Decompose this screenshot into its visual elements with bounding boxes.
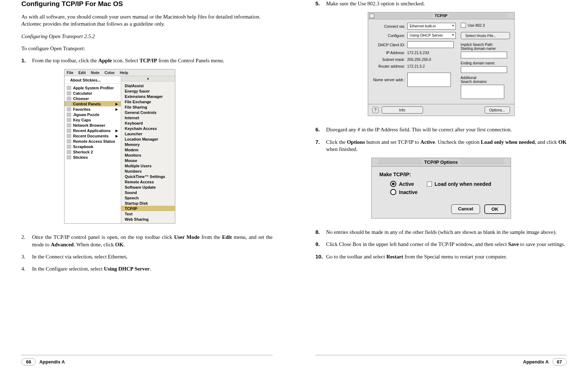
- app-icon: [67, 118, 71, 122]
- control-panel-item[interactable]: Remote Access: [125, 179, 171, 184]
- intro-para: As with all software, you should consult…: [21, 13, 273, 28]
- steps-right-3: 8. No entries should be made in any of t…: [315, 229, 567, 260]
- app-icon: [67, 139, 71, 143]
- control-panel-item[interactable]: Numbers: [125, 168, 171, 174]
- page-right: 5. Make sure the Use 802.3 option is unc…: [294, 0, 588, 372]
- control-panel-item[interactable]: File Exchange: [125, 99, 171, 104]
- menubar: FileEditNoteColorHelp: [65, 69, 175, 76]
- control-panel-item[interactable]: Web Sharing: [125, 216, 171, 222]
- page-footer-right: Appendix A 67: [315, 355, 567, 372]
- apple-menu-item[interactable]: Sherlock 2: [65, 149, 121, 154]
- starting-domain-input[interactable]: [461, 52, 507, 58]
- control-panel-item[interactable]: Mouse: [125, 158, 171, 163]
- control-panel-item[interactable]: Speech: [125, 195, 171, 200]
- step-3: In the Connect via selection, select Eth…: [32, 253, 273, 260]
- step-7: Click the Options button and set TCP/IP …: [326, 138, 567, 153]
- app-icon: [67, 96, 71, 101]
- control-panel-item[interactable]: Text: [125, 211, 171, 216]
- menubar-item[interactable]: Note: [91, 70, 99, 75]
- control-panel-item[interactable]: Internet: [125, 115, 171, 120]
- app-icon: [67, 129, 71, 133]
- menubar-item[interactable]: Help: [120, 70, 128, 75]
- subheading: Configuring Open Transport 2.5.2: [21, 33, 273, 40]
- step-2: Once the TCP/IP control panel is open, o…: [32, 234, 273, 248]
- options-button[interactable]: Options...: [485, 106, 510, 114]
- help-icon[interactable]: ?: [372, 107, 379, 113]
- ending-domain-input[interactable]: [461, 66, 507, 73]
- step-9: Click Close Box in the upper left hand c…: [326, 241, 567, 248]
- inactive-radio[interactable]: [390, 189, 396, 195]
- control-panel-item[interactable]: Software Update: [125, 184, 171, 190]
- menubar-item[interactable]: Color: [104, 70, 115, 75]
- apple-menu-item[interactable]: Apple System Profiler: [65, 85, 121, 90]
- control-panel-item[interactable]: QuickTime™ Settings: [125, 174, 171, 179]
- app-icon: [67, 107, 71, 111]
- control-panel-item[interactable]: File Sharing: [125, 104, 171, 110]
- apple-menu-item[interactable]: Jigsaw Puzzle: [65, 112, 121, 117]
- step-6: Disregard any # in the IP Address field.…: [326, 126, 567, 133]
- figure-apple-menu: FileEditNoteColorHelp About Stickies... …: [64, 69, 175, 224]
- step-5: Make sure the Use 802.3 option is unchec…: [326, 0, 567, 7]
- closebox-icon[interactable]: [370, 14, 374, 18]
- control-panel-item[interactable]: TCP/IP: [121, 206, 175, 211]
- control-panel-item[interactable]: Modem: [125, 147, 171, 152]
- control-panel-item[interactable]: Monitors: [125, 152, 171, 158]
- apple-menu-item[interactable]: Chooser: [65, 96, 121, 101]
- control-panel-item[interactable]: DialAssist: [125, 83, 171, 88]
- submenu-arrow-icon: ▶: [115, 129, 118, 132]
- load-only-checkbox[interactable]: [427, 182, 432, 187]
- app-icon: [67, 150, 71, 154]
- page-left: Configuring TCP/IP For Mac OS As with al…: [0, 0, 294, 372]
- submenu-arrow-icon: ▶: [115, 134, 118, 138]
- app-icon: [67, 155, 71, 159]
- control-panel-item[interactable]: Startup Disk: [125, 200, 171, 206]
- connect-via-select[interactable]: Ethernet built-in: [407, 23, 456, 30]
- use-8023-checkbox[interactable]: [461, 23, 466, 28]
- steps-right: 5. Make sure the Use 802.3 option is unc…: [315, 0, 567, 7]
- apple-menu-item[interactable]: Stickies: [65, 154, 121, 160]
- control-panel-item[interactable]: Keyboard: [125, 120, 171, 126]
- menubar-item[interactable]: Edit: [78, 70, 86, 75]
- apple-menu-item[interactable]: Scrapbook: [65, 144, 121, 149]
- dhcp-client-input[interactable]: [407, 41, 454, 48]
- intro2: To configure Open Transport:: [21, 45, 273, 52]
- apple-menu-item[interactable]: Remote Access Status: [65, 138, 121, 144]
- select-hosts-button[interactable]: Select Hosts File...: [461, 32, 510, 39]
- apple-menu-item[interactable]: Favorites▶: [65, 106, 121, 112]
- menubar-item[interactable]: File: [67, 70, 73, 75]
- active-radio[interactable]: [390, 181, 396, 187]
- control-panel-item[interactable]: Memory: [125, 142, 171, 147]
- control-panel-item[interactable]: General Controls: [125, 110, 171, 115]
- app-icon: [67, 134, 71, 138]
- control-panel-item[interactable]: Launcher: [125, 131, 171, 136]
- apple-menu-item[interactable]: Recent Documents▶: [65, 133, 121, 138]
- apple-menu-item[interactable]: Recent Applications▶: [65, 128, 121, 133]
- control-panel-item[interactable]: Sound: [125, 190, 171, 195]
- app-icon: [67, 145, 71, 149]
- steps-left: 1. From the top toolbar, click the Apple…: [21, 57, 273, 64]
- page-right-body: 5. Make sure the Use 802.3 option is unc…: [315, 0, 567, 355]
- apple-menu-item[interactable]: Network Browser: [65, 122, 121, 128]
- submenu-arrow-icon: ▶: [115, 102, 118, 106]
- apple-menu-item[interactable]: Key Caps: [65, 117, 121, 122]
- cancel-button[interactable]: Cancel: [451, 204, 480, 214]
- figure-tcpip-options: TCP/IP Options Make TCP/IP: Active Load …: [371, 158, 511, 219]
- apple-menu-item[interactable]: Control Panels▶: [65, 101, 121, 106]
- control-panel-item[interactable]: Multiple Users: [125, 163, 171, 168]
- apple-menu-item[interactable]: Calculator: [65, 90, 121, 96]
- ok-button[interactable]: OK: [484, 204, 506, 214]
- control-panel-item[interactable]: Keychain Access: [125, 126, 171, 131]
- info-button[interactable]: Info: [382, 106, 423, 114]
- control-panel-item[interactable]: Location Manager: [125, 136, 171, 142]
- tcpip-titlebar: TCP/IP: [368, 12, 514, 19]
- control-panel-item[interactable]: Energy Saver: [125, 88, 171, 94]
- configure-select[interactable]: Using DHCP Server: [407, 32, 456, 39]
- app-icon: [67, 112, 71, 117]
- app-icon: [67, 102, 71, 106]
- figure-tcpip-window: TCP/IP Connect via: Ethernet built-in Co…: [368, 12, 515, 116]
- name-server-input[interactable]: [407, 73, 451, 87]
- additional-domains-input[interactable]: [461, 85, 504, 99]
- apple-menu-column: About Stickies... Apple System ProfilerC…: [65, 76, 121, 223]
- page-left-body: Configuring TCP/IP For Mac OS As with al…: [21, 0, 273, 355]
- control-panel-item[interactable]: Extensions Manager: [125, 94, 171, 99]
